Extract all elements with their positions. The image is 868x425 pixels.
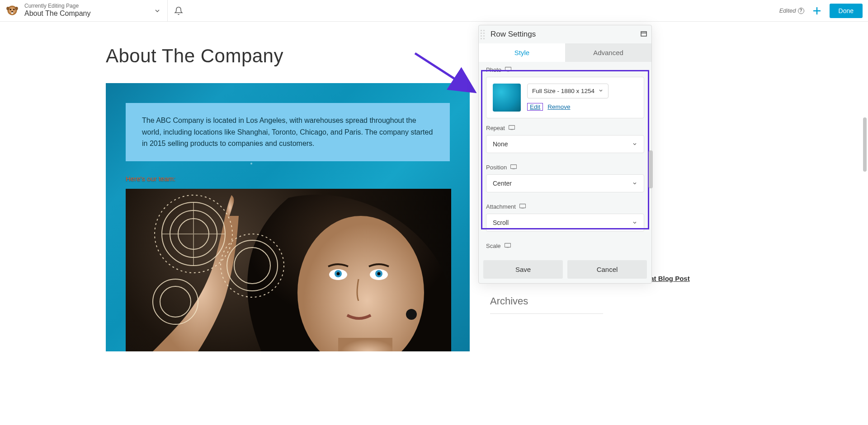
panel-scrollbar-thumb[interactable] <box>649 150 653 188</box>
attachment-section: Attachment Scroll <box>479 199 651 238</box>
row-settings-panel: Row Settings Style Advanced Photo Full S… <box>478 25 652 284</box>
edited-indicator[interactable]: Edited ? <box>779 7 804 14</box>
beaver-logo-icon <box>5 2 20 19</box>
svg-point-14 <box>337 272 340 275</box>
panel-header[interactable]: Row Settings <box>479 25 651 43</box>
repeat-value: None <box>493 140 508 148</box>
photo-thumbnail[interactable] <box>493 84 521 112</box>
edited-label: Edited <box>779 7 796 14</box>
attachment-label: Attachment <box>486 203 516 210</box>
field-label-attachment: Attachment <box>486 203 644 210</box>
repeat-select[interactable]: None <box>486 135 644 153</box>
drag-handle-icon[interactable] <box>481 28 487 41</box>
svg-rect-31 <box>641 32 646 36</box>
tab-advanced[interactable]: Advanced <box>565 43 651 62</box>
team-figure-image[interactable] <box>126 189 451 351</box>
notifications-bell-icon[interactable] <box>174 0 183 21</box>
panel-body: Photo Full Size - 1880 x 1254 Edit <box>479 62 651 256</box>
svg-point-6 <box>6 7 9 10</box>
cancel-button[interactable]: Cancel <box>567 260 647 279</box>
intro-text-box[interactable]: The ABC Company is located in Los Angele… <box>126 103 450 161</box>
attachment-select[interactable]: Scroll <box>486 214 644 232</box>
svg-rect-5 <box>11 12 13 14</box>
scale-section: Scale <box>479 238 651 254</box>
team-label[interactable]: Here's our team: <box>126 175 450 182</box>
position-value: Center <box>493 180 512 187</box>
svg-point-18 <box>406 309 417 320</box>
position-section: Position Center <box>479 159 651 199</box>
svg-rect-41 <box>505 243 510 248</box>
panel-title: Row Settings <box>491 30 641 39</box>
help-icon[interactable]: ? <box>798 8 804 14</box>
responsive-icon[interactable] <box>505 66 511 73</box>
responsive-icon[interactable] <box>519 203 526 210</box>
svg-rect-39 <box>519 204 525 208</box>
photo-edit-link[interactable]: Edit <box>527 103 543 111</box>
scale-label: Scale <box>486 243 501 249</box>
tab-style[interactable]: Style <box>479 43 565 62</box>
chevron-down-icon <box>598 88 604 94</box>
panel-footer: Save Cancel <box>479 256 651 283</box>
svg-point-2 <box>10 9 11 10</box>
topbar-divider <box>167 0 168 21</box>
add-content-button[interactable] <box>811 5 822 16</box>
photo-remove-link[interactable]: Remove <box>547 103 570 110</box>
position-select[interactable]: Center <box>486 174 644 192</box>
chevron-down-icon <box>632 141 637 147</box>
field-label-position: Position <box>486 164 644 171</box>
field-label-scale: Scale <box>486 243 644 249</box>
svg-point-25 <box>160 286 191 317</box>
hero-row[interactable]: The ABC Company is located in Los Angele… <box>106 83 470 351</box>
svg-rect-11 <box>338 338 392 351</box>
page-title: About The Company <box>24 9 90 18</box>
chevron-down-icon <box>632 220 637 225</box>
photo-card: Full Size - 1880 x 1254 Edit Remove <box>486 77 644 118</box>
chevron-down-icon <box>632 181 637 186</box>
responsive-icon[interactable] <box>505 243 511 249</box>
responsive-icon[interactable] <box>509 125 515 131</box>
done-button[interactable]: Done <box>830 4 863 18</box>
photo-size-select[interactable]: Full Size - 1880 x 1254 <box>527 84 609 98</box>
svg-point-17 <box>377 272 381 275</box>
save-button[interactable]: Save <box>483 260 563 279</box>
svg-rect-33 <box>505 67 511 71</box>
builder-topbar: Currently Editing Page About The Company… <box>0 0 868 22</box>
page-title-stack: Currently Editing Page About The Company <box>24 3 90 18</box>
editing-label: Currently Editing Page <box>24 3 90 9</box>
page-chevron-down-icon[interactable] <box>154 7 161 14</box>
responsive-icon[interactable] <box>510 164 517 171</box>
field-label-photo: Photo <box>486 66 644 73</box>
attachment-value: Scroll <box>493 219 509 226</box>
panel-maximize-icon[interactable] <box>641 30 647 38</box>
field-label-repeat: Repeat <box>486 125 644 131</box>
repeat-section: Repeat None <box>479 120 651 159</box>
svg-rect-35 <box>509 126 514 130</box>
svg-point-7 <box>15 7 18 10</box>
photo-section: Photo Full Size - 1880 x 1254 Edit <box>479 62 651 120</box>
panel-tabs: Style Advanced <box>479 43 651 62</box>
photo-size-value: Full Size - 1880 x 1254 <box>532 88 594 94</box>
window-scrollbar-thumb[interactable] <box>863 117 867 172</box>
topbar-left: Currently Editing Page About The Company <box>5 0 161 21</box>
photo-label: Photo <box>486 66 501 73</box>
topbar-right: Edited ? Done <box>779 0 863 21</box>
position-label: Position <box>486 164 507 171</box>
repeat-label: Repeat <box>486 125 505 131</box>
svg-point-3 <box>13 9 14 10</box>
svg-rect-37 <box>511 165 517 169</box>
archives-heading: Archives <box>490 295 603 314</box>
